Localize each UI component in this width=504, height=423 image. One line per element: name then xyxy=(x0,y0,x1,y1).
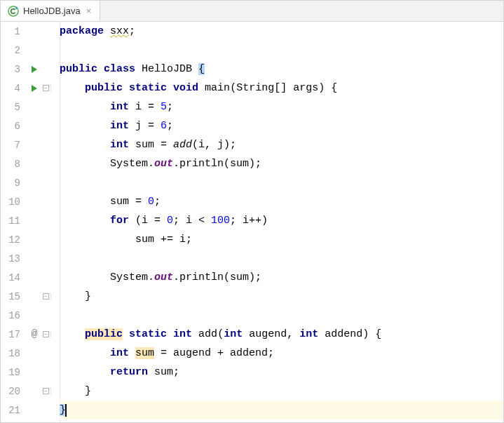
run-gutter-icon[interactable] xyxy=(27,66,41,73)
code-line-current[interactable]: } xyxy=(60,401,503,419)
code-line[interactable]: return sum; xyxy=(60,363,503,382)
fold-toggle-icon[interactable]: − xyxy=(43,388,49,394)
line-number: 12 xyxy=(1,234,27,246)
line-number: 9 xyxy=(1,177,27,189)
line-number: 18 xyxy=(1,348,27,359)
line-number: 10 xyxy=(1,196,27,208)
code-line[interactable] xyxy=(60,249,503,268)
line-number: 14 xyxy=(1,272,27,283)
line-number: 13 xyxy=(1,253,27,264)
code-line[interactable]: public class HelloJDB { xyxy=(60,60,503,79)
editor-body: 1 2 3 4− 5 6 7 8 9 10 11 12 13 14 15− 16… xyxy=(1,22,503,422)
line-number: 19 xyxy=(1,367,27,378)
code-line[interactable]: System.out.println(sum); xyxy=(60,268,503,287)
java-class-icon xyxy=(8,6,19,17)
code-line[interactable]: System.out.println(sum); xyxy=(60,154,503,173)
file-tab[interactable]: HelloJDB.java × xyxy=(1,1,100,21)
code-line[interactable] xyxy=(60,306,503,325)
run-gutter-icon[interactable] xyxy=(27,85,41,92)
gutter: 1 2 3 4− 5 6 7 8 9 10 11 12 13 14 15− 16… xyxy=(1,22,51,422)
line-number: 17 xyxy=(1,329,27,340)
code-area[interactable]: package sxx; public class HelloJDB { pub… xyxy=(51,22,503,422)
code-line[interactable]: } xyxy=(60,382,503,401)
fold-toggle-icon[interactable]: − xyxy=(43,85,49,91)
line-number: 21 xyxy=(1,405,27,416)
line-number: 6 xyxy=(1,121,27,132)
code-line[interactable]: } xyxy=(60,287,503,306)
line-number: 16 xyxy=(1,310,27,321)
override-gutter-icon[interactable]: @ xyxy=(27,328,41,340)
line-number: 15 xyxy=(1,291,27,302)
code-line[interactable]: int i = 5; xyxy=(60,98,503,116)
code-line[interactable]: sum += i; xyxy=(60,230,503,249)
line-number: 7 xyxy=(1,140,27,151)
fold-toggle-icon[interactable]: − xyxy=(43,331,49,337)
tab-filename: HelloJDB.java xyxy=(23,6,81,16)
code-line[interactable]: int sum = add(i, j); xyxy=(60,135,503,154)
code-line[interactable]: public static int add(int augend, int ad… xyxy=(60,325,503,344)
line-number: 4 xyxy=(1,83,27,94)
code-line[interactable]: int j = 6; xyxy=(60,116,503,135)
line-number: 3 xyxy=(1,64,27,75)
line-number: 5 xyxy=(1,102,27,113)
tab-bar: HelloJDB.java × xyxy=(1,1,503,22)
code-line[interactable] xyxy=(60,173,503,192)
code-line[interactable]: sum = 0; xyxy=(60,192,503,211)
line-number: 11 xyxy=(1,215,27,227)
caret xyxy=(65,404,67,417)
fold-toggle-icon[interactable]: − xyxy=(43,293,49,300)
code-line[interactable]: public static void main(String[] args) { xyxy=(60,79,503,98)
code-line[interactable] xyxy=(60,41,503,60)
code-line[interactable]: int sum = augend + addend; xyxy=(60,344,503,363)
line-number: 20 xyxy=(1,386,27,397)
editor-container: HelloJDB.java × 1 2 3 4− 5 6 7 8 9 10 11… xyxy=(0,0,504,423)
line-number: 1 xyxy=(1,26,27,37)
line-number: 2 xyxy=(1,45,27,56)
tab-close-icon[interactable]: × xyxy=(85,6,93,16)
line-number: 8 xyxy=(1,159,27,170)
code-line[interactable]: package sxx; xyxy=(60,22,503,41)
code-line[interactable]: for (i = 0; i < 100; i++) xyxy=(60,211,503,230)
